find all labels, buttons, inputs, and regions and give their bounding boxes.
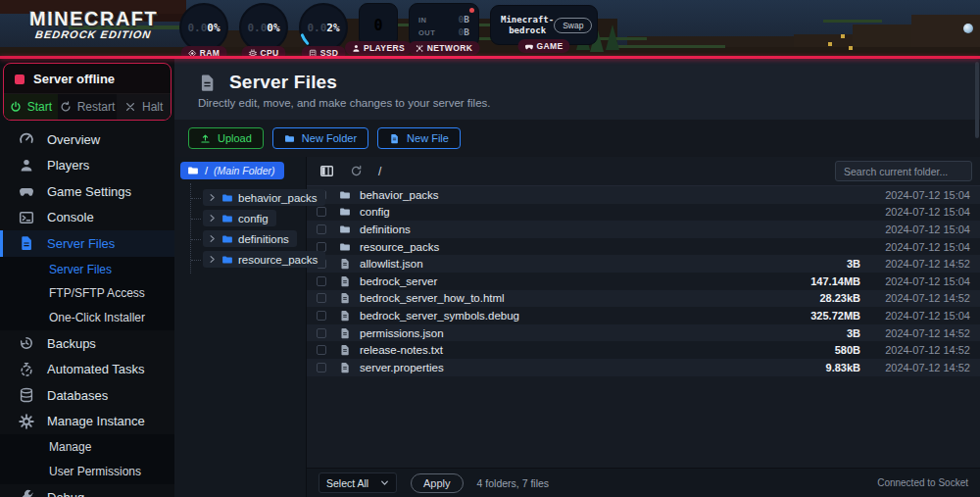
cpu-gauge-dial: 0.00% <box>239 3 288 52</box>
file-icon <box>339 275 351 287</box>
page-subtitle: Directly edit, move, and make changes to… <box>198 97 956 109</box>
tree-item-config[interactable]: config <box>203 210 276 226</box>
sidebar-item-databases[interactable]: Databases <box>0 382 174 409</box>
tree-root-folder[interactable]: / (Main Folder) <box>180 162 284 179</box>
main-folder-note: (Main Folder) <box>214 165 274 176</box>
apply-button[interactable]: Apply <box>411 473 464 493</box>
file-row-config[interactable]: config 2024-07-12 15:04 <box>307 204 980 222</box>
main-content: Server Files Directly edit, move, and ma… <box>174 59 980 497</box>
network-out-value: 0B <box>459 26 469 37</box>
ssd-icon <box>309 49 318 57</box>
sidebar-item-console[interactable]: Console <box>0 205 174 231</box>
folder-icon <box>221 233 233 245</box>
row-checkbox[interactable] <box>317 363 326 373</box>
file-row-bedrock-server[interactable]: bedrock_server 147.14MB 2024-07-12 15:04 <box>307 273 980 290</box>
server-status-text: Server offline <box>33 72 115 86</box>
ram-icon <box>188 49 197 57</box>
file-rows: behavior_packs 2024-07-12 15:04 config 2… <box>307 186 980 468</box>
page-scrollbar[interactable] <box>975 62 979 138</box>
new-folder-button[interactable]: New Folder <box>272 127 368 149</box>
network-label: NETWORK <box>409 41 480 55</box>
folder-icon <box>339 241 351 253</box>
manage-instance-submenu: Manage User Permissions <box>0 434 174 484</box>
row-checkbox[interactable] <box>317 328 326 338</box>
subitem-one-click-installer[interactable]: One-Click Installer <box>0 306 174 330</box>
row-checkbox[interactable] <box>317 345 326 355</box>
sidebar-item-overview[interactable]: Overview <box>0 126 174 153</box>
file-row-allowlist-json[interactable]: allowlist.json 3B 2024-07-12 14:52 <box>307 255 980 273</box>
row-checkbox[interactable] <box>317 293 326 303</box>
chevron-down-icon <box>380 478 389 487</box>
moon-icon <box>963 24 973 33</box>
file-row-server-properties[interactable]: server.properties 9.83kB 2024-07-12 14:5… <box>307 359 980 376</box>
columns-view-icon[interactable] <box>319 164 334 178</box>
server-files-submenu: Server Files FTP/SFTP Access One-Click I… <box>0 257 174 331</box>
file-row-resource-packs[interactable]: resource_packs 2024-07-12 15:04 <box>307 238 980 256</box>
topbar-widgets: 0.00% RAM 0.00% CPU <box>179 3 598 56</box>
players-label: PLAYERS <box>345 41 412 55</box>
chevron-right-icon <box>208 255 217 264</box>
cpu-icon <box>248 49 257 57</box>
tree-item-resource-packs[interactable]: resource_packs <box>203 251 325 268</box>
file-table-header: / <box>307 157 980 186</box>
logo-title: MINECRAFT <box>29 9 158 28</box>
players-widget: 0 PLAYERS <box>359 3 398 56</box>
file-icon <box>339 310 351 322</box>
file-row-release-notes[interactable]: release-notes.txt 580B 2024-07-12 14:52 <box>307 341 980 359</box>
file-row-bedrock-server-how-to[interactable]: bedrock_server_how_to.html 28.23kB 2024-… <box>307 290 980 308</box>
network-in-value: 0B <box>459 14 469 25</box>
sidebar-item-automated-tasks[interactable]: Automated Tasks <box>0 357 174 383</box>
gauge-icon <box>19 131 34 147</box>
chevron-right-icon <box>208 234 217 243</box>
file-row-bedrock-server-symbols[interactable]: bedrock_server_symbols.debug 325.72MB 20… <box>307 307 980 324</box>
sidebar-item-players[interactable]: Players <box>0 153 174 179</box>
select-all-dropdown[interactable]: Select All <box>318 472 397 493</box>
halt-icon <box>124 101 136 113</box>
halt-server-button[interactable]: Halt <box>117 94 171 120</box>
game-widget: Minecraft- bedrock Swap GAME <box>490 3 598 55</box>
file-icon <box>339 258 351 270</box>
tree-item-behavior-packs[interactable]: behavior_packs <box>203 189 325 206</box>
power-icon <box>10 101 22 113</box>
sidebar-item-backups[interactable]: Backups <box>0 330 174 357</box>
restart-server-button[interactable]: Restart <box>58 94 118 120</box>
network-in-label: IN <box>418 16 427 25</box>
sidebar-nav-bottom: Debug <box>0 484 174 497</box>
file-icon <box>389 133 400 144</box>
swap-game-button[interactable]: Swap <box>554 18 592 33</box>
subitem-server-files[interactable]: Server Files <box>0 258 174 282</box>
network-icon <box>416 44 424 53</box>
row-checkbox[interactable] <box>317 207 326 217</box>
folder-icon <box>221 213 233 224</box>
folder-icon <box>284 133 295 144</box>
folder-file-count: 4 folders, 7 files <box>477 477 550 489</box>
new-file-button[interactable]: New File <box>377 127 461 149</box>
page-title-icon <box>198 74 217 92</box>
refresh-icon[interactable] <box>350 165 363 177</box>
file-row-definitions[interactable]: definitions 2024-07-12 15:04 <box>307 221 980 238</box>
upload-button[interactable]: Upload <box>188 127 264 149</box>
row-checkbox[interactable] <box>317 276 326 286</box>
file-row-behavior-packs[interactable]: behavior_packs 2024-07-12 15:04 <box>307 186 980 204</box>
file-row-permissions-json[interactable]: permissions.json 3B 2024-07-12 14:52 <box>307 324 980 342</box>
subitem-manage[interactable]: Manage <box>0 435 174 460</box>
file-icon <box>339 344 351 356</box>
start-server-button[interactable]: Start <box>4 94 58 120</box>
sidebar-item-debug[interactable]: Debug <box>0 484 174 497</box>
subitem-ftp-sftp-access[interactable]: FTP/SFTP Access <box>0 281 174 306</box>
ssd-label: SSD <box>302 46 346 56</box>
sidebar-item-server-files[interactable]: Server Files <box>0 230 174 257</box>
page-header: Server Files Directly edit, move, and ma… <box>174 59 980 120</box>
sidebar-item-game-settings[interactable]: Game Settings <box>0 178 174 205</box>
page-title: Server Files <box>229 72 337 93</box>
cpu-gauge: 0.00% CPU <box>239 3 288 56</box>
subitem-user-permissions[interactable]: User Permissions <box>0 460 174 484</box>
tree-item-definitions[interactable]: definitions <box>203 230 297 247</box>
search-input[interactable] <box>835 161 972 181</box>
row-checkbox[interactable] <box>317 311 326 321</box>
current-path: / <box>378 165 381 178</box>
terminal-icon <box>19 210 34 225</box>
sidebar-nav: Overview Players Game Settings Console S… <box>0 126 174 257</box>
sidebar-item-manage-instance[interactable]: Manage Instance <box>0 409 174 435</box>
row-checkbox[interactable] <box>317 224 326 234</box>
